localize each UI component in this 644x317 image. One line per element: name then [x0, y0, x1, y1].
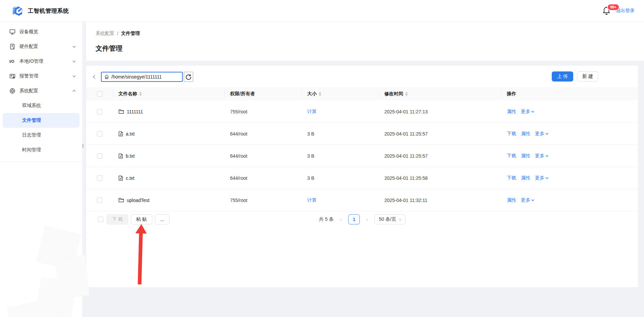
- sidebar: 设备概览 硬件配置 I/O 本地IO管理: [0, 22, 82, 317]
- page-number[interactable]: 1: [348, 214, 360, 224]
- breadcrumb-parent[interactable]: 系统配置: [96, 31, 114, 37]
- row-checkbox[interactable]: [97, 109, 102, 114]
- download-link[interactable]: 下载: [507, 153, 516, 159]
- chevron-down-icon: [545, 154, 549, 158]
- app-root: 工智机管理系统 99+ 退出登录 设备概览: [0, 0, 644, 317]
- bulk-more-button[interactable]: ...: [155, 214, 170, 224]
- properties-link[interactable]: 属性: [521, 175, 530, 181]
- sidebar-item-local-io[interactable]: I/O 本地IO管理: [0, 54, 82, 69]
- row-checkbox[interactable]: [97, 198, 102, 203]
- sidebar-subitem-log-management[interactable]: 日志管理: [3, 128, 79, 143]
- row-checkbox[interactable]: [97, 175, 102, 181]
- row-checkbox[interactable]: [97, 153, 102, 159]
- select-all-checkbox[interactable]: [97, 91, 102, 97]
- chevron-up-icon: [72, 89, 76, 93]
- next-page-icon[interactable]: ›: [365, 217, 370, 222]
- file-mtime: 2025-04-01 11:25:57: [379, 153, 501, 159]
- bulk-actions: 下 载 粘 贴 ...: [86, 214, 169, 224]
- sidebar-subitem-file-management[interactable]: 文件管理: [3, 113, 79, 128]
- download-link[interactable]: 下载: [507, 175, 516, 181]
- breadcrumb-current: 文件管理: [121, 31, 140, 37]
- file-name[interactable]: c.txt: [126, 175, 135, 181]
- upload-button[interactable]: 上 传: [552, 71, 573, 82]
- sidebar-subitem-dual-domain[interactable]: 双域系统: [3, 98, 79, 113]
- prev-page-icon[interactable]: ‹: [338, 217, 344, 222]
- more-dropdown[interactable]: 更多: [521, 109, 535, 115]
- system-icon: [9, 88, 15, 94]
- sidebar-item-label: 报警管理: [19, 73, 38, 79]
- page-header: 系统配置 / 文件管理 文件管理: [86, 22, 644, 61]
- table-row: b.txt 644/root 3 B 2025-04-01 11:25:57 下…: [86, 145, 638, 167]
- path-input-wrapper: [101, 72, 183, 82]
- monitor-icon: [9, 29, 15, 35]
- file-size: 3 B: [302, 131, 379, 137]
- paste-button[interactable]: 粘 贴: [131, 214, 152, 224]
- breadcrumb: 系统配置 / 文件管理: [96, 31, 644, 37]
- sort-icon[interactable]: [139, 92, 142, 96]
- more-dropdown[interactable]: 更多: [521, 197, 535, 203]
- svg-text:I/O: I/O: [9, 59, 14, 63]
- compute-size-link[interactable]: 计算: [307, 109, 317, 115]
- header-mtime: 修改时间: [379, 87, 501, 101]
- sidebar-subitem-label: 文件管理: [22, 117, 41, 123]
- chevron-down-icon: [545, 176, 549, 180]
- sidebar-item-alarm-management[interactable]: 报警管理: [0, 69, 82, 84]
- toolbar-actions: 上 传 新 建: [552, 71, 598, 82]
- bulk-download-button[interactable]: 下 载: [107, 214, 128, 224]
- table-row: 1111111 755/root 计算 2025-04-01 11:27:13 …: [86, 101, 638, 123]
- file-name[interactable]: 1111111: [127, 109, 143, 114]
- more-dropdown[interactable]: 更多: [535, 153, 549, 159]
- compute-size-link[interactable]: 计算: [307, 197, 317, 203]
- file-name[interactable]: a.txt: [126, 131, 135, 137]
- sort-icon[interactable]: [319, 92, 321, 96]
- file-table: 文件名称 权限/所有者 大小 修改时间 操作: [86, 87, 638, 211]
- alarm-icon: [9, 73, 15, 79]
- topbar: 工智机管理系统 99+ 退出登录: [0, 0, 644, 22]
- chevron-down-icon: [72, 59, 76, 63]
- more-dropdown[interactable]: 更多: [535, 175, 549, 181]
- file-mtime: 2025-04-01 11:27:13: [379, 109, 501, 114]
- sort-icon[interactable]: [405, 92, 408, 96]
- file-name[interactable]: uploadTest: [127, 198, 150, 203]
- chevron-down-icon: ∨: [399, 217, 401, 222]
- table-footer: 下 载 粘 贴 ... 共 5 条 ‹ 1 › 50 条/页 ∨: [86, 211, 638, 227]
- decorative-cube: [7, 297, 66, 317]
- sidebar-subitem-label: 日志管理: [22, 132, 41, 138]
- back-button[interactable]: [90, 73, 98, 81]
- page-size-select[interactable]: 50 条/页 ∨: [375, 214, 405, 224]
- download-link[interactable]: 下载: [507, 131, 516, 137]
- file-permissions: 644/root: [225, 175, 302, 181]
- table-row: c.txt 644/root 3 B 2025-04-01 11:25:58 下…: [86, 167, 638, 189]
- header-size-label: 大小: [307, 91, 317, 97]
- total-count: 共 5 条: [319, 216, 334, 222]
- notification-bell-icon[interactable]: 99+: [602, 6, 611, 15]
- header-perm-label: 权限/所有者: [230, 91, 255, 97]
- sidebar-subitem-time-management[interactable]: 时间管理: [3, 143, 79, 157]
- properties-link[interactable]: 属性: [507, 109, 516, 115]
- path-input[interactable]: [111, 74, 180, 80]
- properties-link[interactable]: 属性: [521, 131, 530, 137]
- create-button[interactable]: 新 建: [577, 71, 598, 82]
- properties-link[interactable]: 属性: [521, 153, 530, 159]
- home-icon[interactable]: [104, 74, 109, 80]
- chevron-down-icon: [531, 110, 535, 113]
- properties-link[interactable]: 属性: [507, 197, 516, 203]
- file-name[interactable]: b.txt: [126, 153, 135, 159]
- sidebar-item-label: 本地IO管理: [19, 58, 43, 64]
- sidebar-item-hardware-config[interactable]: 硬件配置: [0, 39, 82, 54]
- footer-select-checkbox[interactable]: [98, 217, 103, 222]
- chevron-down-icon: [72, 74, 76, 78]
- refresh-button[interactable]: [184, 72, 193, 82]
- more-dropdown[interactable]: 更多: [535, 131, 549, 137]
- sidebar-item-label: 设备概览: [19, 29, 38, 35]
- table-row: a.txt 644/root 3 B 2025-04-01 11:25:57 下…: [86, 123, 638, 145]
- sidebar-item-device-overview[interactable]: 设备概览: [0, 24, 82, 39]
- sidebar-item-system-config[interactable]: 系统配置: [0, 84, 82, 98]
- row-checkbox[interactable]: [97, 131, 102, 137]
- hardware-icon: [9, 44, 15, 50]
- sidebar-menu: 设备概览 硬件配置 I/O 本地IO管理: [0, 22, 82, 162]
- table-row: uploadTest 755/root 计算 2025-04-01 11:32:…: [86, 189, 638, 211]
- sidebar-subitem-label: 时间管理: [22, 147, 41, 153]
- file-permissions: 755/root: [225, 109, 302, 114]
- file-toolbar: 上 传 新 建: [86, 71, 638, 82]
